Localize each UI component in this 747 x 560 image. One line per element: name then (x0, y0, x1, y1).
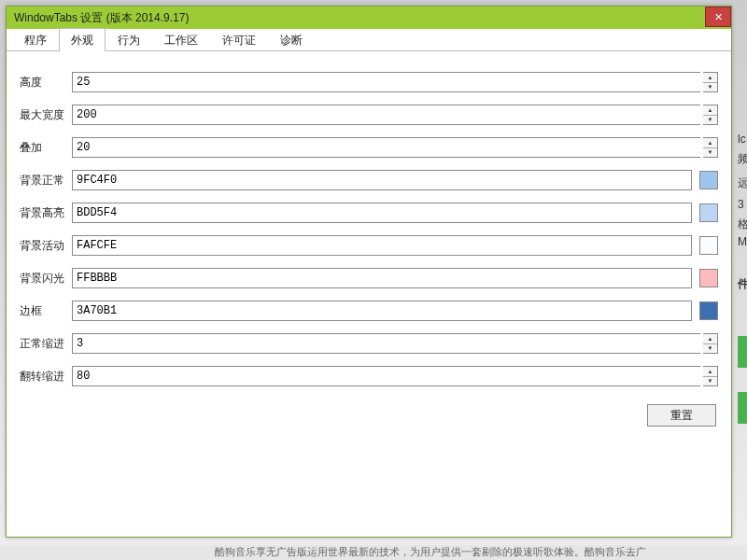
bg-hint: lc (738, 133, 746, 146)
input-maxwidth[interactable] (72, 105, 700, 125)
bg-green-strip (738, 336, 747, 368)
row-border: 边框 (20, 301, 718, 321)
input-bg-normal[interactable] (72, 170, 692, 190)
input-border[interactable] (72, 301, 692, 321)
input-overlap[interactable] (72, 137, 700, 158)
input-indent-reverse[interactable] (72, 366, 700, 386)
row-indent-reverse: 翻转缩进 ▲ ▼ (20, 366, 718, 386)
label-border: 边框 (20, 303, 72, 319)
label-indent-reverse: 翻转缩进 (20, 369, 72, 385)
swatch-bg-high[interactable] (699, 203, 718, 222)
label-indent-normal: 正常缩进 (20, 336, 72, 352)
close-button[interactable]: ✕ (705, 7, 731, 27)
row-bg-flash: 背景闪光 (20, 268, 718, 288)
bg-hint: 频 (738, 151, 747, 167)
chevron-up-icon[interactable]: ▲ (703, 334, 717, 344)
bg-hint: 件 (738, 276, 747, 292)
row-overlap: 叠加 ▲ ▼ (20, 137, 718, 158)
label-maxwidth: 最大宽度 (20, 107, 72, 123)
chevron-up-icon[interactable]: ▲ (703, 367, 717, 377)
swatch-bg-normal[interactable] (699, 171, 718, 189)
input-height[interactable] (72, 72, 700, 92)
close-icon: ✕ (714, 11, 723, 23)
input-bg-flash[interactable] (72, 268, 692, 288)
label-overlap: 叠加 (20, 140, 72, 156)
spinner-maxwidth[interactable]: ▲ ▼ (703, 105, 718, 125)
row-bg-active: 背景活动 (20, 235, 718, 256)
bg-hint: 3 (738, 198, 744, 211)
tab-appearance[interactable]: 外观 (59, 28, 106, 51)
input-bg-active[interactable] (72, 235, 692, 256)
spinner-indent-normal[interactable]: ▲ ▼ (703, 333, 718, 354)
input-bg-high[interactable] (72, 203, 692, 223)
spinner-height[interactable]: ▲ ▼ (703, 72, 718, 92)
bg-hint: 远 (738, 175, 747, 191)
chevron-down-icon[interactable]: ▼ (703, 148, 717, 158)
label-bg-active: 背景活动 (20, 238, 72, 254)
tab-license[interactable]: 许可证 (210, 28, 268, 51)
row-bg-high: 背景高亮 (20, 203, 718, 223)
chevron-down-icon[interactable]: ▼ (703, 83, 717, 92)
tab-workspace[interactable]: 工作区 (152, 28, 210, 51)
input-indent-normal[interactable] (72, 333, 700, 354)
chevron-up-icon[interactable]: ▲ (703, 105, 717, 116)
form-content: 高度 ▲ ▼ 最大宽度 ▲ ▼ 叠加 (7, 51, 731, 537)
row-indent-normal: 正常缩进 ▲ ▼ (20, 333, 718, 354)
row-height: 高度 ▲ ▼ (20, 72, 718, 92)
bg-green-strip (738, 392, 747, 424)
label-bg-flash: 背景闪光 (20, 271, 72, 287)
titlebar[interactable]: WindowTabs 设置 (版本 2014.9.17) ✕ (7, 7, 731, 29)
label-bg-high: 背景高亮 (20, 205, 72, 221)
spinner-overlap[interactable]: ▲ ▼ (703, 137, 718, 158)
bg-hint: M (738, 235, 747, 248)
row-maxwidth: 最大宽度 ▲ ▼ (20, 105, 718, 125)
chevron-up-icon[interactable]: ▲ (703, 73, 717, 83)
bg-bottom-text: 酷狗音乐享无广告版运用世界最新的技术，为用户提供一套剔除的极速听歌体验。酷狗音乐… (0, 545, 747, 560)
bg-hint: 格 (738, 217, 747, 232)
tabbar: 程序 外观 行为 工作区 许可证 诊断 (7, 29, 731, 51)
window-title: WindowTabs 设置 (版本 2014.9.17) (14, 10, 189, 26)
chevron-down-icon[interactable]: ▼ (703, 344, 717, 354)
chevron-down-icon[interactable]: ▼ (703, 116, 717, 125)
tab-diagnose[interactable]: 诊断 (268, 28, 315, 51)
chevron-down-icon[interactable]: ▼ (703, 377, 717, 386)
tab-program[interactable]: 程序 (12, 28, 59, 51)
chevron-up-icon[interactable]: ▲ (703, 138, 717, 148)
label-height: 高度 (20, 75, 72, 91)
reset-button[interactable]: 重置 (647, 404, 716, 427)
spinner-indent-reverse[interactable]: ▲ ▼ (703, 366, 718, 386)
tab-behavior[interactable]: 行为 (106, 28, 152, 51)
label-bg-normal: 背景正常 (20, 173, 72, 189)
row-bg-normal: 背景正常 (20, 170, 718, 190)
settings-window: WindowTabs 设置 (版本 2014.9.17) ✕ 程序 外观 行为 … (6, 6, 732, 538)
swatch-border[interactable] (699, 301, 718, 320)
swatch-bg-flash[interactable] (699, 269, 718, 287)
swatch-bg-active[interactable] (699, 236, 718, 255)
